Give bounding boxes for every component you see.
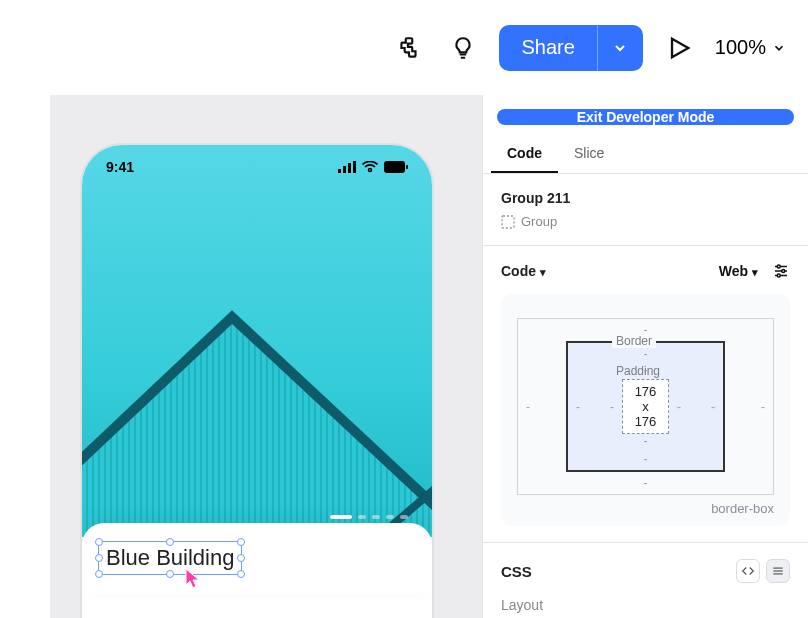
share-chevron[interactable] [597, 25, 643, 71]
phone-frame[interactable]: 9:41 [82, 145, 432, 618]
selection-box [98, 541, 242, 575]
svg-marker-0 [672, 38, 688, 57]
selection-handle[interactable] [95, 554, 103, 562]
svg-marker-9 [82, 317, 432, 537]
svg-rect-10 [502, 216, 514, 228]
box-model-padding: Padding ---- 176 x 176 [602, 361, 689, 452]
box-model-margin: ---- Border ---- Padding ---- 176 x 176 [517, 318, 774, 495]
workspace: 9:41 [0, 95, 808, 618]
platform-dropdown[interactable]: Web▾ [719, 263, 758, 279]
selection-handle[interactable] [95, 570, 103, 578]
battery-icon [384, 161, 408, 173]
svg-rect-6 [406, 165, 408, 169]
wifi-icon [362, 161, 378, 173]
box-model: ---- Border ---- Padding ---- 176 x 176 … [501, 294, 790, 526]
play-icon[interactable] [661, 30, 697, 66]
svg-rect-2 [343, 166, 346, 173]
dot[interactable] [400, 515, 408, 519]
dot[interactable] [358, 515, 366, 519]
signal-icon [338, 161, 356, 173]
svg-rect-4 [353, 161, 356, 173]
topbar: Share 100% [0, 0, 808, 95]
canvas[interactable]: 9:41 [50, 95, 482, 618]
selection-handle[interactable] [237, 538, 245, 546]
zoom-dropdown[interactable]: 100% [715, 36, 786, 59]
lightbulb-icon[interactable] [445, 30, 481, 66]
dot[interactable] [372, 515, 380, 519]
layout-subheading: Layout [501, 597, 790, 613]
status-bar: 9:41 [82, 145, 432, 189]
card-title[interactable]: Blue Building [102, 543, 238, 573]
box-model-border: Border ---- Padding ---- 176 x 176 [566, 341, 725, 472]
group-icon [501, 215, 515, 229]
settings-icon[interactable] [772, 262, 790, 280]
carousel-dots[interactable] [330, 515, 408, 519]
status-time: 9:41 [106, 159, 134, 175]
plugin-icon[interactable] [391, 30, 427, 66]
status-icons [338, 161, 408, 173]
css-title: CSS [501, 563, 532, 580]
svg-rect-1 [338, 169, 341, 173]
svg-point-14 [777, 265, 780, 268]
selection-handle[interactable] [237, 570, 245, 578]
dot-active[interactable] [330, 515, 352, 519]
inspector-panel: Exit Developer Mode Code Slice Group 211… [482, 95, 808, 618]
cursor-icon [184, 567, 202, 589]
box-sizing-label: border-box [517, 501, 774, 516]
selection-handle[interactable] [237, 554, 245, 562]
tab-slice[interactable]: Slice [558, 135, 620, 173]
panel-tabs: Code Slice [483, 135, 808, 174]
layer-type: Group [501, 214, 790, 229]
layer-info: Group 211 Group [483, 174, 808, 246]
chevron-down-icon [772, 41, 786, 55]
svg-rect-5 [384, 161, 405, 173]
svg-point-16 [777, 274, 780, 277]
css-view-list[interactable] [766, 559, 790, 583]
exit-dev-mode-button[interactable]: Exit Developer Mode [497, 109, 794, 125]
svg-rect-3 [348, 163, 351, 173]
zoom-label: 100% [715, 36, 766, 59]
svg-point-15 [782, 270, 785, 273]
layer-name: Group 211 [501, 190, 790, 206]
selection-handle[interactable] [166, 538, 174, 546]
css-view-code[interactable] [736, 559, 760, 583]
building-illustration [82, 257, 432, 537]
hero-image [82, 145, 432, 537]
selection-handle[interactable] [166, 570, 174, 578]
box-model-content: 176 x 176 [622, 379, 669, 434]
selection-handle[interactable] [95, 538, 103, 546]
code-dropdown[interactable]: Code▾ [501, 263, 546, 279]
padding-label: Padding [616, 364, 660, 378]
tab-code[interactable]: Code [491, 135, 558, 173]
share-button[interactable]: Share [499, 25, 642, 71]
border-label: Border [612, 334, 656, 348]
share-button-label: Share [499, 25, 596, 71]
code-section: Code▾ Web▾ ---- Border ---- Padd [483, 246, 808, 543]
dot[interactable] [386, 515, 394, 519]
card: Blue Building [82, 523, 432, 593]
css-section: CSS Layout [483, 543, 808, 618]
